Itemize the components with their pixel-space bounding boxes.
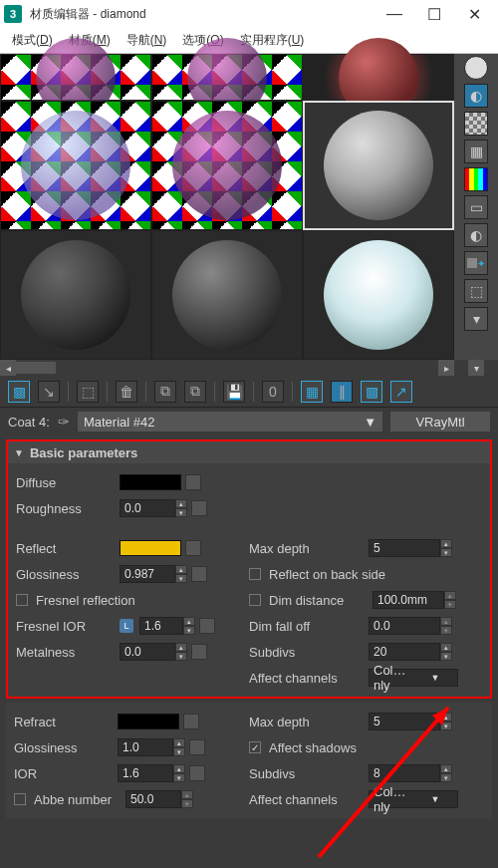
eyedropper-icon[interactable]: ✑ <box>58 414 70 430</box>
reset-map-icon[interactable]: 🗑 <box>116 381 137 403</box>
roughness-spinner[interactable]: ▴▾ <box>120 499 187 517</box>
maximize-button[interactable]: ☐ <box>414 0 454 28</box>
refract-map-slot[interactable] <box>183 714 199 729</box>
sample-slot[interactable] <box>303 54 454 101</box>
sample-slot[interactable] <box>0 230 151 360</box>
dim-distance-label: Dim distance <box>269 593 369 608</box>
reflect-map-slot[interactable] <box>185 540 201 556</box>
max-depth-spinner[interactable]: ▴▾ <box>369 539 452 557</box>
subdivs-label: Subdivs <box>249 645 365 660</box>
refract-section: Refract Glossiness ▴▾ IOR ▴▾ <box>6 703 492 818</box>
material-type-button[interactable]: VRayMtl <box>390 412 490 432</box>
scroll-down-button[interactable]: ▾ <box>468 360 484 376</box>
color-check-icon[interactable] <box>464 167 488 191</box>
sample-slot[interactable] <box>0 101 151 230</box>
refract-affect-dropdown[interactable]: Col…nly▼ <box>369 790 458 808</box>
background-icon[interactable] <box>464 112 488 136</box>
roughness-map-slot[interactable] <box>191 500 207 516</box>
sample-type-icon[interactable] <box>464 56 488 80</box>
reflect-color-swatch[interactable] <box>120 540 181 556</box>
put-to-scene-icon[interactable]: ↘ <box>38 381 60 403</box>
glossiness-spinner[interactable]: ▴▾ <box>120 565 187 583</box>
close-button[interactable]: ✕ <box>454 0 494 28</box>
rollout-header[interactable]: ▼ Basic parameters <box>8 441 490 463</box>
material-id-icon[interactable]: 0 <box>262 381 284 403</box>
ior-label: IOR <box>14 766 114 781</box>
affect-channels-dropdown[interactable]: Col…nly▼ <box>369 669 458 687</box>
lock-icon[interactable]: L <box>120 619 133 633</box>
show-map-icon[interactable]: ▦ <box>301 381 323 403</box>
minimize-button[interactable]: — <box>374 0 414 28</box>
video-check-icon[interactable]: ▭ <box>464 195 488 219</box>
abbe-checkbox[interactable] <box>14 793 26 805</box>
fresnel-ior-spinner[interactable]: ▴▾ <box>139 617 195 635</box>
refract-glossiness-label: Glossiness <box>14 740 114 755</box>
fresnel-label: Fresnel reflection <box>36 593 175 608</box>
sample-slot[interactable] <box>151 230 303 360</box>
ior-map-slot[interactable] <box>189 765 205 781</box>
make-unique-icon[interactable]: ⧉ <box>184 381 206 403</box>
sample-slot[interactable] <box>0 54 151 101</box>
make-preview-icon[interactable]: ◐ <box>464 223 488 247</box>
diffuse-color-swatch[interactable] <box>120 474 181 490</box>
options-icon[interactable]: ✦ <box>464 251 488 275</box>
scroll-left-button[interactable]: ◂ <box>0 360 16 376</box>
glossiness-label: Glossiness <box>16 567 116 582</box>
basic-parameters-rollout: ▼ Basic parameters Diffuse Roughness ▴▾ … <box>6 439 492 699</box>
subdivs-spinner[interactable]: ▴▾ <box>369 643 452 661</box>
go-to-parent-icon[interactable]: ▩ <box>361 381 382 403</box>
refract-glossiness-map-slot[interactable] <box>189 739 205 755</box>
metalness-label: Metalness <box>16 645 116 660</box>
refract-subdivs-spinner[interactable]: ▴▾ <box>369 764 452 782</box>
slot-layout-icon[interactable]: ▾ <box>464 307 488 331</box>
refract-affect-label: Affect channels <box>249 792 365 807</box>
sample-slot[interactable] <box>303 230 454 360</box>
max-depth-label: Max depth <box>249 541 365 556</box>
horizontal-scrollbar[interactable]: ◂ ▸ ▾ <box>0 360 498 376</box>
diffuse-map-slot[interactable] <box>185 474 201 490</box>
dim-falloff-spinner[interactable]: ▴▾ <box>369 617 452 635</box>
glossiness-map-slot[interactable] <box>191 566 207 582</box>
scroll-right-button[interactable]: ▸ <box>438 360 454 376</box>
refract-max-depth-label: Max depth <box>249 715 365 729</box>
dim-distance-checkbox[interactable] <box>249 594 261 606</box>
abbe-spinner[interactable]: ▴▾ <box>125 790 193 808</box>
sample-slot-selected[interactable] <box>303 101 454 230</box>
get-material-icon[interactable]: ▩ <box>8 381 30 403</box>
affect-shadows-checkbox[interactable] <box>249 741 261 753</box>
put-to-library-icon[interactable]: 💾 <box>223 381 245 403</box>
sample-side-toolbar: ◐ ▦ ▭ ◐ ✦ ⬚ ▾ <box>454 54 498 360</box>
fresnel-ior-map-slot[interactable] <box>199 618 215 634</box>
material-name-field[interactable]: Material #42▼ <box>78 412 382 432</box>
sample-slot[interactable] <box>151 54 303 101</box>
dim-distance-spinner[interactable]: ▴▾ <box>373 591 456 609</box>
fresnel-ior-label: Fresnel IOR <box>16 619 116 634</box>
select-by-material-icon[interactable]: ⬚ <box>464 279 488 303</box>
roughness-label: Roughness <box>16 501 116 516</box>
go-forward-icon[interactable]: ↗ <box>390 381 412 403</box>
metalness-map-slot[interactable] <box>191 644 207 660</box>
refract-max-depth-spinner[interactable]: ▴▾ <box>369 713 452 730</box>
sample-uv-icon[interactable]: ▦ <box>464 140 488 163</box>
disclosure-icon: ▼ <box>14 447 24 458</box>
dim-falloff-label: Dim fall off <box>249 619 365 634</box>
make-copy-icon[interactable]: ⧉ <box>154 381 176 403</box>
back-side-label: Reflect on back side <box>269 567 385 582</box>
refract-color-swatch[interactable] <box>118 714 179 729</box>
title-bar: 3 材质编辑器 - diamond — ☐ ✕ <box>0 0 498 28</box>
fresnel-checkbox[interactable] <box>16 594 28 606</box>
metalness-spinner[interactable]: ▴▾ <box>120 643 187 661</box>
diffuse-label: Diffuse <box>16 475 116 490</box>
backlight-icon[interactable]: ◐ <box>464 84 488 108</box>
assign-to-selection-icon[interactable]: ⬚ <box>77 381 99 403</box>
ior-spinner[interactable]: ▴▾ <box>118 764 185 782</box>
window-title: 材质编辑器 - diamond <box>30 6 374 23</box>
menu-navigate[interactable]: 导航(N) <box>119 32 175 49</box>
show-end-result-icon[interactable]: ‖ <box>331 381 353 403</box>
affect-shadows-label: Affect shadows <box>269 740 357 755</box>
refract-glossiness-spinner[interactable]: ▴▾ <box>118 738 185 756</box>
sample-slot[interactable] <box>151 101 303 230</box>
back-side-checkbox[interactable] <box>249 568 261 580</box>
app-icon: 3 <box>4 5 22 23</box>
reflect-label: Reflect <box>16 541 116 556</box>
